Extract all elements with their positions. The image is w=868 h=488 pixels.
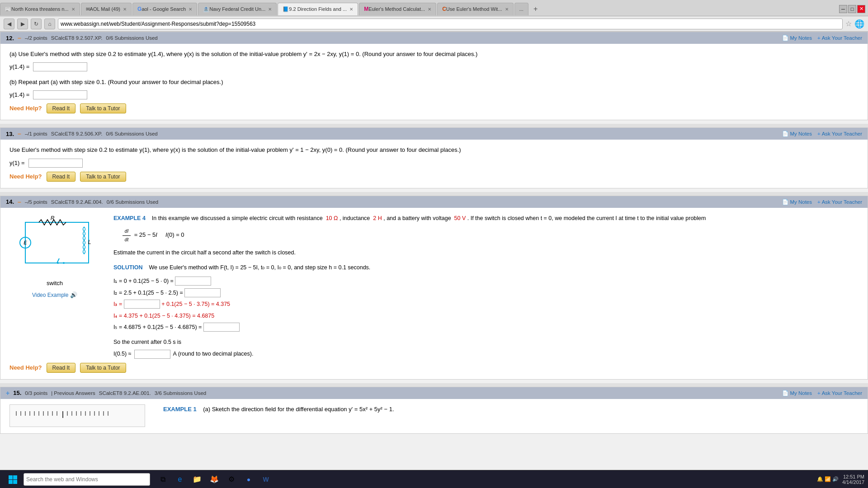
estimate-text: Estimate the current in the circuit half… xyxy=(113,248,859,258)
word-icon[interactable]: W xyxy=(259,472,273,487)
ask-teacher-link-12[interactable]: + Ask Your Teacher xyxy=(817,35,862,41)
task-view-btn[interactable]: ⧉ xyxy=(156,472,170,487)
need-help-label-13: Need Help? xyxy=(9,172,42,182)
eq2-input[interactable] xyxy=(184,288,221,297)
tab-more[interactable]: ... xyxy=(514,3,528,15)
my-notes-link-15[interactable]: 📄 My Notes xyxy=(782,390,812,396)
new-tab-btn[interactable]: + xyxy=(529,3,542,15)
taskbar-icons: ⧉ e 📁 🦊 ⚙ ● W xyxy=(156,472,273,487)
separator-12-13 xyxy=(0,124,868,127)
tab-title: Euler's Method Calculat... xyxy=(368,6,425,12)
talk-tutor-btn-13[interactable]: Talk to a Tutor xyxy=(80,172,126,182)
close-btn[interactable]: ✕ xyxy=(857,5,865,13)
inductance-text: , inductance xyxy=(340,215,370,221)
tab-title: North Korea threatens n... xyxy=(11,6,69,12)
firefox-icon[interactable]: 🦊 xyxy=(207,472,222,487)
address-bar[interactable] xyxy=(58,19,843,29)
plus-icon-15: + xyxy=(6,389,9,397)
my-notes-link-14[interactable]: 📄 My Notes xyxy=(782,199,812,205)
help-row-13: Need Help? Read It Talk to a Tutor xyxy=(9,172,859,182)
current-input[interactable] xyxy=(134,350,170,359)
tab-close-btn[interactable]: ✕ xyxy=(349,7,353,12)
bookmark-icon[interactable]: ☆ xyxy=(845,19,852,28)
circuit-text: EXAMPLE 4 In this example we discussed a… xyxy=(113,213,859,359)
need-help-label-12: Need Help? xyxy=(9,103,42,113)
problem-13-points: –/1 points xyxy=(25,131,47,136)
current-label: I(0.5) ≈ xyxy=(113,349,132,359)
tab-close-btn[interactable]: ✕ xyxy=(268,7,272,12)
minus-icon-13: – xyxy=(18,130,21,137)
example1-label: EXAMPLE 1 xyxy=(163,406,197,413)
help-row-14: Need Help? Read It Talk to a Tutor xyxy=(9,363,859,373)
tab-close-btn[interactable]: ✕ xyxy=(189,7,192,12)
tab-close-btn[interactable]: ✕ xyxy=(428,7,431,12)
equations-block: I₁ = 0 + 0.1(25 − 5 · 0) = I₂ = 2.5 + 0.… xyxy=(113,276,859,333)
back-btn[interactable]: ◀ xyxy=(4,19,14,29)
notes-icon-14: 📄 xyxy=(782,199,788,205)
notes-icon-15: 📄 xyxy=(782,390,788,396)
eq1-input[interactable] xyxy=(175,277,211,286)
part-b-input[interactable] xyxy=(33,90,87,99)
home-btn[interactable]: ⌂ xyxy=(44,19,55,29)
eq5-input[interactable] xyxy=(203,323,240,332)
example1-text: EXAMPLE 1 (a) Sketch the direction field… xyxy=(154,404,859,427)
tab-use-euler[interactable]: C Use Euler's Method Wit... ✕ xyxy=(437,3,513,15)
problem-14-code: SCalcET8 9.2.AE.004. xyxy=(51,199,103,205)
settings-icon[interactable]: ⚙ xyxy=(224,472,239,487)
ode-display: dI dt = 25 − 5I I(0) = 0 xyxy=(123,227,859,244)
ask-teacher-link-15[interactable]: + Ask Your Teacher xyxy=(817,390,862,396)
forward-btn[interactable]: ▶ xyxy=(17,19,28,29)
y1-input[interactable] xyxy=(28,159,83,168)
tab-title: 9.2 Direction Fields and ... xyxy=(289,6,347,12)
tab-close-btn[interactable]: ✕ xyxy=(123,7,127,12)
start-btn[interactable] xyxy=(4,472,22,487)
inductance-value: 2 H xyxy=(373,215,382,221)
tab-close-btn[interactable]: ✕ xyxy=(71,7,75,12)
ask-teacher-link-13[interactable]: + Ask Your Teacher xyxy=(817,131,862,136)
tab-google-search[interactable]: G aol - Google Search ✕ xyxy=(132,3,197,15)
video-example-link[interactable]: Video Example xyxy=(32,292,69,298)
tab-close-btn[interactable]: ✕ xyxy=(505,7,509,12)
problem-15-header: + 15. 0/3 points | Previous Answers SCal… xyxy=(0,387,868,399)
svg-point-9 xyxy=(63,262,65,264)
tab-favicon: 🏦 xyxy=(203,6,209,12)
talk-tutor-btn-14[interactable]: Talk to a Tutor xyxy=(80,363,126,373)
my-notes-link-13[interactable]: 📄 My Notes xyxy=(782,131,812,137)
problem-13-number: 13. xyxy=(6,131,14,137)
tab-9-2-direction[interactable]: 📘 9.2 Direction Fields and ... ✕ xyxy=(278,3,358,15)
problem-14-section: 14. – –/5 points SCalcET8 9.2.AE.004. 0/… xyxy=(0,196,868,380)
need-help-label-14: Need Help? xyxy=(9,363,42,373)
edge-icon[interactable]: e xyxy=(173,472,187,487)
minus-icon: – xyxy=(18,34,21,42)
solution-text: We use Euler's method with F(t, I) = 25 … xyxy=(149,264,371,271)
maximize-btn[interactable]: □ xyxy=(848,5,856,13)
tab-navy-federal[interactable]: 🏦 Navy Federal Credit Un... ✕ xyxy=(198,3,277,15)
read-it-btn-14[interactable]: Read It xyxy=(47,363,76,373)
notes-icon-13: 📄 xyxy=(782,131,788,137)
eq1-row: I₁ = 0 + 0.1(25 − 5 · 0) = xyxy=(113,276,859,286)
my-notes-link-12[interactable]: 📄 My Notes xyxy=(782,35,812,41)
svg-rect-33 xyxy=(9,480,13,484)
talk-tutor-btn-12[interactable]: Talk to a Tutor xyxy=(80,103,126,113)
svg-rect-31 xyxy=(9,475,13,479)
read-it-btn-12[interactable]: Read It xyxy=(47,103,76,113)
eq3-input[interactable] xyxy=(124,300,160,309)
voltage-text: , and a battery with voltage xyxy=(383,215,451,221)
current-answer-row: I(0.5) ≈ A (round to two decimal places)… xyxy=(113,349,859,359)
tab-north-korea[interactable]: 📰 North Korea threatens n... ✕ xyxy=(0,3,80,15)
read-it-btn-13[interactable]: Read It xyxy=(47,172,76,182)
tab-aol-mail[interactable]: ✉ AOL Mail (49) ✕ xyxy=(81,3,132,15)
tab-title: AOL Mail (49) xyxy=(90,6,120,12)
reload-btn[interactable]: ↻ xyxy=(31,19,42,29)
taskbar-right: 🔔 📶 🔊 12:51 PM 4/14/2017 xyxy=(817,474,864,485)
part-a-input[interactable] xyxy=(33,62,87,71)
problem-12-part-a-text: (a) Use Euler's method with step size 0.… xyxy=(9,49,859,59)
tab-euler-calculator[interactable]: M Euler's Method Calculat... ✕ xyxy=(359,3,436,15)
ask-teacher-link-14[interactable]: + Ask Your Teacher xyxy=(817,199,862,205)
taskbar-search-input[interactable] xyxy=(24,473,150,486)
tab-favicon: G xyxy=(137,6,142,12)
explorer-icon[interactable]: 📁 xyxy=(190,472,204,487)
tab-title: Use Euler's Method Wit... xyxy=(446,6,502,12)
chrome-icon[interactable]: ● xyxy=(241,472,256,487)
minimize-btn[interactable]: ─ xyxy=(839,5,847,13)
